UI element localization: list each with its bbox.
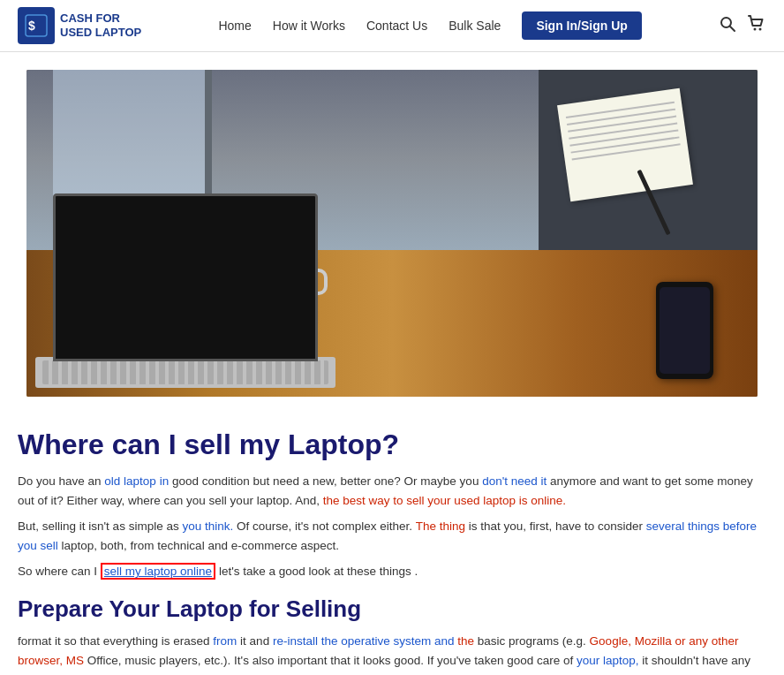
intro-paragraph-2: But, selling it isn't as simple as you t… [18,517,766,555]
svg-text:$: $ [28,19,35,33]
section-2-paragraph-1: format it so that everything is erased f… [18,632,766,675]
intro-paragraph-3: So where can I sell my laptop online let… [18,562,766,581]
content-area: Where can I sell my Laptop? Do you have … [0,414,784,675]
sell-laptop-online-link[interactable]: sell my laptop online [101,563,215,580]
svg-point-6 [759,27,762,30]
cart-button[interactable] [747,14,766,38]
search-button[interactable] [719,15,736,37]
logo-icon: $ [18,7,55,44]
logo: $ CASH FOR USED LAPTOP [18,7,141,44]
logo-text: CASH FOR USED LAPTOP [60,11,141,39]
section-2-title: Prepare Your Laptop for Selling [18,595,766,623]
header: $ CASH FOR USED LAPTOP Home How it Works… [0,0,784,52]
cart-icon [747,14,766,34]
nav-how-it-works[interactable]: How it Works [273,19,345,33]
main-nav: Home How it Works Contact Us Bulk Sale S… [218,11,641,40]
intro-paragraph-1: Do you have an old laptop in good condit… [18,472,766,510]
page-title: Where can I sell my Laptop? [18,429,766,461]
signin-button[interactable]: Sign In/Sign Up [522,11,641,40]
nav-home[interactable]: Home [218,19,251,33]
search-icon [719,15,736,33]
header-icons [719,14,766,38]
svg-point-5 [754,27,757,30]
hero-image [26,70,758,397]
nav-contact-us[interactable]: Contact Us [366,19,427,33]
nav-bulk-sale[interactable]: Bulk Sale [449,19,501,33]
svg-line-4 [730,27,735,31]
